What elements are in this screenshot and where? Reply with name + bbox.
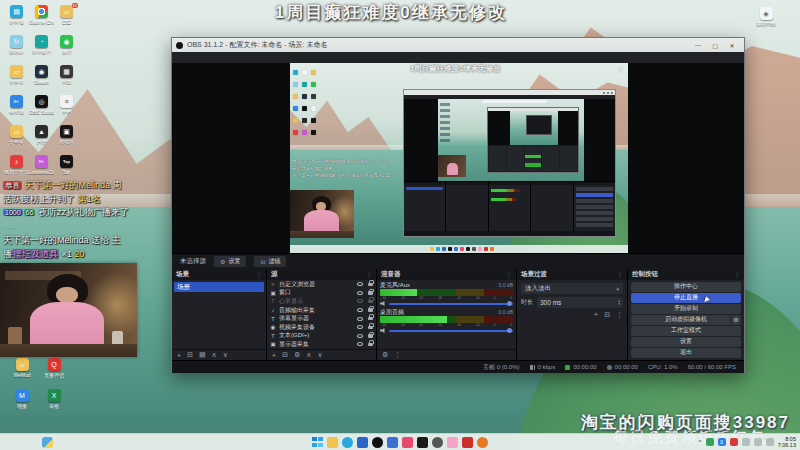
add-source-icon[interactable]: + — [272, 352, 276, 359]
scene-list-item[interactable]: 场景 — [174, 282, 264, 292]
taskbar-app-icon[interactable] — [462, 437, 473, 448]
source-row[interactable]: T 弹幕显示器 — [267, 314, 376, 323]
move-down-icon[interactable]: ∨ — [223, 351, 228, 359]
visibility-eye-icon[interactable] — [357, 291, 363, 295]
desktop-icon[interactable]: Q 直播伴侣 — [38, 358, 70, 389]
taskbar-app-icon[interactable] — [477, 437, 488, 448]
tray-red-icon[interactable] — [730, 438, 738, 446]
taskbar-app-icon[interactable] — [402, 437, 413, 448]
visibility-eye-icon[interactable] — [357, 299, 363, 303]
mixer-menu-icon[interactable]: ⋮ — [394, 351, 401, 359]
source-settings-button[interactable]: ⚙设置 — [214, 256, 246, 267]
spinner-arrows[interactable]: ▴▾ — [618, 300, 620, 306]
source-row[interactable]: ▣ 显示器采集 — [267, 340, 376, 349]
control-button[interactable]: 开始录制 ⚙ — [631, 304, 741, 314]
taskbar-app-icon[interactable] — [432, 437, 443, 448]
add-transition-icon[interactable]: + — [594, 311, 598, 319]
desktop-icon[interactable]: ▦ 游戏 — [54, 65, 79, 95]
add-scene-icon[interactable]: + — [177, 352, 181, 359]
source-row[interactable]: ▣ 窗口 — [267, 289, 376, 298]
minimize-button[interactable]: — — [690, 39, 706, 51]
transition-select[interactable]: 淡入淡出 ▾ — [521, 283, 623, 294]
maximize-button[interactable]: ▢ — [707, 39, 723, 51]
dock-menu-icon[interactable]: ⋮ — [256, 271, 262, 278]
move-down-icon[interactable]: ∨ — [317, 351, 322, 359]
desktop-icon[interactable]: ▱ WeMod — [6, 358, 38, 389]
slider-handle[interactable] — [507, 328, 512, 333]
lock-icon[interactable] — [368, 308, 373, 312]
lock-icon[interactable] — [368, 300, 373, 304]
lock-icon[interactable] — [368, 291, 373, 295]
volume-slider[interactable] — [380, 300, 513, 307]
tray-expand-icon[interactable]: ^ — [699, 439, 702, 445]
tray-battery-icon[interactable] — [766, 438, 774, 446]
lock-icon[interactable] — [368, 343, 373, 347]
desktop-icon[interactable]: ▤ 此电脑 — [4, 5, 29, 35]
desktop-icon[interactable]: ◔ 百度网盘 — [29, 35, 54, 65]
desktop-icon[interactable]: M 喵播 — [6, 389, 38, 420]
scene-filters-icon[interactable]: ▤ — [199, 351, 206, 359]
taskbar-app-icon[interactable] — [312, 437, 323, 448]
speaker-icon[interactable] — [380, 328, 386, 333]
transition-menu-icon[interactable]: ⋮ — [616, 311, 623, 319]
desktop-icon[interactable]: ◉ Steam — [29, 65, 54, 95]
control-button[interactable]: 操作中心 ⚙ — [631, 282, 741, 292]
visibility-eye-icon[interactable] — [357, 342, 363, 346]
remove-transition-icon[interactable]: ⊟ — [604, 311, 610, 319]
duration-spinner[interactable]: 300 ms ▴▾ — [537, 297, 623, 308]
desktop-icon[interactable]: ↻ 回收站 — [4, 35, 29, 65]
lock-icon[interactable] — [368, 317, 373, 321]
visibility-eye-icon[interactable] — [357, 308, 363, 312]
control-button[interactable]: 启动虚拟摄像机 ⚙ — [631, 315, 741, 325]
dock-menu-icon[interactable]: ⋮ — [617, 271, 623, 278]
remove-source-icon[interactable]: ⊟ — [282, 351, 288, 359]
remove-scene-icon[interactable]: ⊟ — [187, 351, 193, 359]
desktop-icon[interactable]: ◎ OBS Studio — [29, 95, 54, 125]
taskbar-app-icon[interactable] — [387, 437, 398, 448]
desktop-icon[interactable]: ▱ 文件夹 — [4, 125, 29, 155]
mixer-config-icon[interactable]: ⚙ — [382, 351, 388, 359]
clock[interactable]: 8:05 7.06.13 — [778, 436, 796, 448]
slider-handle[interactable] — [507, 301, 512, 306]
desktop-icon[interactable]: ◉ 微信 — [54, 35, 79, 65]
source-row[interactable]: ◉ 视频采集设备 — [267, 323, 376, 332]
control-button[interactable]: 设置 ⚙ — [631, 337, 741, 347]
visibility-eye-icon[interactable] — [357, 282, 363, 286]
source-properties-icon[interactable]: ⚙ — [294, 351, 300, 359]
control-button[interactable]: 退出 ⚙ — [631, 348, 741, 358]
desktop-icon-wallpaper-app[interactable]: ◈ 薄荷壁纸 — [756, 7, 776, 27]
source-row[interactable]: T 心率显示 — [267, 297, 376, 306]
tray-volume-icon[interactable] — [754, 438, 762, 446]
taskbar-app-icon[interactable] — [327, 437, 338, 448]
lock-icon[interactable] — [368, 283, 373, 287]
lock-icon[interactable] — [368, 326, 373, 330]
taskbar-app-icon[interactable] — [417, 437, 428, 448]
desktop-icon[interactable]: ▱ 文件夹 — [4, 65, 29, 95]
visibility-eye-icon[interactable] — [357, 317, 363, 321]
move-up-icon[interactable]: ∧ — [306, 351, 311, 359]
visibility-eye-icon[interactable] — [357, 334, 363, 338]
taskbar-app-icon[interactable] — [372, 437, 383, 448]
source-filters-button[interactable]: ⊟滤镜 — [254, 256, 286, 267]
close-button[interactable]: ✕ — [724, 39, 740, 51]
taskbar-app-icon[interactable] — [357, 437, 368, 448]
desktop-icon[interactable]: ✂ 快剪辑 — [4, 95, 29, 125]
dock-menu-icon[interactable]: ⋮ — [734, 271, 740, 278]
source-row[interactable]: T 文本(GDI+) — [267, 332, 376, 341]
desktop-icon[interactable]: ≡ 文档 — [54, 95, 79, 125]
desktop-icon[interactable]: X 表格 — [38, 389, 70, 420]
obs-preview-canvas[interactable]: 1周目癫狂难度0继承无修改 恭喜 天下第一好的Melinda 周活跃度榜上升到了… — [172, 63, 744, 253]
widgets-icon[interactable] — [42, 437, 53, 448]
visibility-eye-icon[interactable] — [357, 325, 363, 329]
tray-network-icon[interactable] — [742, 438, 750, 446]
taskbar-app-icon[interactable] — [447, 437, 458, 448]
source-row[interactable]: ○ 自定义浏览器 — [267, 280, 376, 289]
source-row[interactable]: ♪ 音频输出采集 — [267, 306, 376, 315]
desktop-icon[interactable]: ▣ 模拟器 — [54, 125, 79, 155]
speaker-icon[interactable] — [380, 301, 386, 306]
desktop-icon[interactable]: ▱ 33 CS2 — [54, 5, 79, 35]
control-button[interactable]: 工作室模式 ⚙ — [631, 326, 741, 336]
dock-menu-icon[interactable]: ⋮ — [506, 271, 512, 278]
gear-icon[interactable]: ⚙ — [730, 315, 741, 325]
taskbar-app-icon[interactable] — [342, 437, 353, 448]
